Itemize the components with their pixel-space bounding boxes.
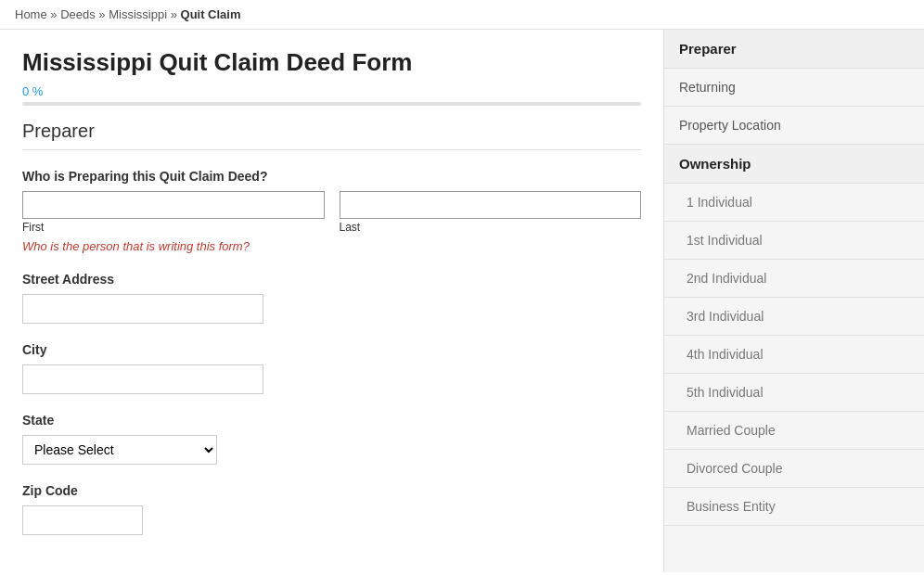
state-label: State bbox=[22, 413, 641, 428]
name-row: First Last bbox=[22, 191, 641, 234]
who-preparing-group: Who is Preparing this Quit Claim Deed? F… bbox=[22, 169, 641, 253]
progress-bar-bg bbox=[22, 102, 641, 106]
street-address-group: Street Address bbox=[22, 272, 641, 324]
content-area: Mississippi Quit Claim Deed Form 0 % Pre… bbox=[0, 30, 664, 572]
preparer-section-title: Preparer bbox=[22, 121, 641, 150]
breadcrumb: Home » Deeds » Mississippi » Quit Claim bbox=[0, 0, 924, 30]
city-input[interactable] bbox=[22, 364, 263, 394]
sidebar-item-12[interactable]: Business Entity bbox=[664, 488, 924, 526]
city-group: City bbox=[22, 342, 641, 394]
city-label: City bbox=[22, 342, 641, 357]
sidebar-item-1[interactable]: Returning bbox=[664, 69, 924, 107]
sidebar-item-9[interactable]: 5th Individual bbox=[664, 374, 924, 412]
sidebar-item-3: Ownership bbox=[664, 145, 924, 184]
sidebar-item-7[interactable]: 3rd Individual bbox=[664, 298, 924, 336]
zip-label: Zip Code bbox=[22, 483, 641, 498]
breadcrumb-mississippi[interactable]: Mississippi bbox=[109, 7, 167, 21]
zip-group: Zip Code bbox=[22, 483, 641, 535]
sidebar-item-10[interactable]: Married Couple bbox=[664, 412, 924, 450]
first-sublabel: First bbox=[22, 221, 325, 234]
last-name-input[interactable] bbox=[340, 191, 642, 219]
zip-input[interactable] bbox=[22, 505, 143, 535]
street-address-label: Street Address bbox=[22, 272, 641, 287]
page-title: Mississippi Quit Claim Deed Form bbox=[22, 48, 641, 77]
progress-bar-container: 0 % bbox=[22, 84, 641, 106]
breadcrumb-current: Quit Claim bbox=[181, 7, 241, 21]
sidebar-item-11[interactable]: Divorced Couple bbox=[664, 450, 924, 488]
last-name-field: Last bbox=[340, 191, 642, 234]
breadcrumb-home[interactable]: Home bbox=[15, 7, 47, 21]
breadcrumb-deeds[interactable]: Deeds bbox=[60, 7, 96, 21]
state-select[interactable]: Please Select Alabama Alaska Arizona Mis… bbox=[22, 435, 217, 465]
who-preparing-label: Who is Preparing this Quit Claim Deed? bbox=[22, 169, 641, 184]
sidebar-item-0: Preparer bbox=[664, 30, 924, 69]
main-container: Mississippi Quit Claim Deed Form 0 % Pre… bbox=[0, 30, 924, 572]
progress-text: 0 % bbox=[22, 84, 641, 98]
state-group: State Please Select Alabama Alaska Arizo… bbox=[22, 413, 641, 465]
sidebar-item-4[interactable]: 1 Individual bbox=[664, 184, 924, 222]
sidebar-item-2[interactable]: Property Location bbox=[664, 107, 924, 145]
sidebar-item-8[interactable]: 4th Individual bbox=[664, 336, 924, 374]
first-name-input[interactable] bbox=[22, 191, 325, 219]
first-name-field: First bbox=[22, 191, 325, 234]
sidebar-item-6[interactable]: 2nd Individual bbox=[664, 260, 924, 298]
street-address-input[interactable] bbox=[22, 294, 263, 324]
sidebar: PreparerReturningProperty LocationOwners… bbox=[664, 30, 924, 572]
helper-text: Who is the person that is writing this f… bbox=[22, 239, 641, 253]
sidebar-item-5[interactable]: 1st Individual bbox=[664, 222, 924, 260]
last-sublabel: Last bbox=[340, 221, 642, 234]
